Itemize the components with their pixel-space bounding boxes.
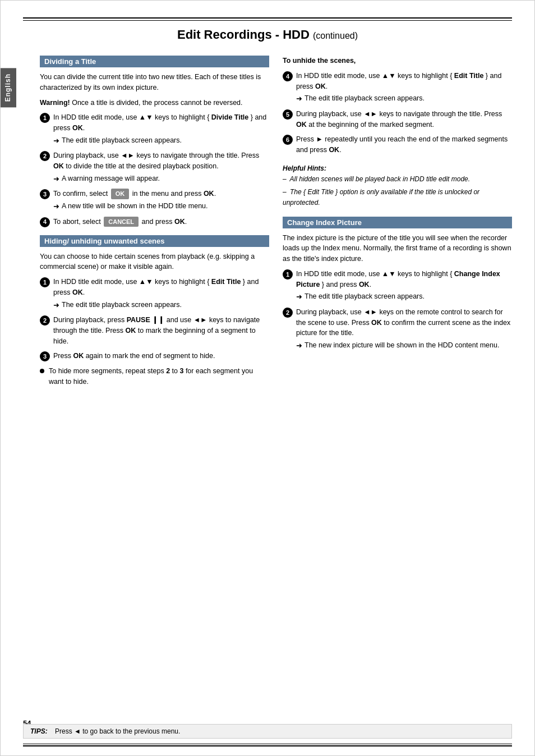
main-content: Dividing a Title You can divide the curr… [40, 56, 512, 391]
hints-title: Helpful Hints: [283, 163, 512, 174]
left-column: Dividing a Title You can divide the curr… [40, 56, 269, 391]
arrow-icon-u4: ➜ [296, 93, 302, 104]
bullet-icon [40, 369, 44, 373]
divide-step-3: 3 To confirm, select OK in the menu and … [40, 189, 269, 212]
tips-label: TIPS: [30, 727, 48, 735]
divide-step-3-arrow: ➜ A new title will be shown in the HDD t… [53, 201, 269, 212]
step-num-2: 2 [40, 151, 50, 161]
arrow-icon-h1: ➜ [53, 300, 59, 311]
hiding-intro: You can choose to hide certain scenes fr… [40, 251, 269, 273]
right-column: To unhide the scenes, 4 In HDD title edi… [283, 56, 512, 391]
hiding-section-header: Hiding/ unhiding unwanted scenes [40, 235, 269, 247]
hide-bullet: To hide more segments, repeat steps 2 to… [40, 366, 269, 387]
bottom-border-inner [23, 744, 512, 744]
cancel-button-inline: CANCEL [104, 217, 139, 227]
arrow-icon-2: ➜ [53, 173, 59, 185]
ci-step-num-2: 2 [283, 308, 293, 318]
unhide-step-num-5: 5 [283, 109, 293, 120]
hide-step-num-3: 3 [40, 351, 50, 361]
hide-bullet-text: To hide more segments, repeat steps 2 to… [49, 366, 269, 387]
divide-step-2-arrow-text: A warning message will appear. [62, 173, 160, 184]
ci-step-2-arrow: ➜ The new index picture will be shown in… [296, 340, 512, 351]
page: English Edit Recordings - HDD (continued… [0, 0, 535, 756]
hint-2: – The { Edit Title } option is only avai… [283, 187, 512, 208]
divide-step-1-arrow-text: The edit title playback screen appears. [62, 135, 182, 146]
divide-step-2-content: During playback, use ◄► keys to navigate… [53, 150, 269, 184]
divide-step-1-content: In HDD title edit mode, use ▲▼ keys to h… [53, 112, 269, 146]
hide-step-1-arrow-text: The edit title playback screen appears. [62, 300, 182, 310]
arrow-icon-ci2: ➜ [296, 340, 302, 351]
unhide-step-5-content: During playback, use ◄► keys to navigate… [296, 109, 512, 130]
divide-step-3-content: To confirm, select OK in the menu and pr… [53, 189, 269, 212]
ci-step-1-arrow: ➜ The edit title playback screen appears… [296, 291, 512, 303]
divide-step-3-arrow-text: A new title will be shown in the HDD tit… [62, 201, 208, 212]
page-title: Edit Recordings - HDD (continued) [23, 28, 512, 47]
hide-step-num-2: 2 [40, 315, 50, 326]
language-tab: English [1, 68, 16, 107]
ci-step-1-arrow-text: The edit title playback screen appears. [305, 291, 425, 302]
warning-label: Warning! [40, 99, 70, 107]
unhide-step-6-content: Press ► repeatedly until you reach the e… [296, 134, 512, 155]
hide-step-2-content: During playback, press PAUSE ❙❙ and use … [53, 315, 269, 346]
unhide-step-4-content: In HDD title edit mode, use ▲▼ keys to h… [296, 71, 512, 104]
divide-step-2-arrow: ➜ A warning message will appear. [53, 173, 269, 185]
title-text: Edit Recordings - HDD [177, 28, 310, 42]
step-num-3: 3 [40, 189, 50, 199]
hint-1-text: All hidden scenes will be played back in… [290, 175, 471, 183]
ok-button-inline: OK [111, 189, 130, 199]
unhide-step-4-arrow: ➜ The edit title playback screen appears… [296, 93, 512, 104]
hide-step-2: 2 During playback, press PAUSE ❙❙ and us… [40, 315, 269, 346]
title-continued: (continued) [313, 31, 358, 40]
step-num-1: 1 [40, 113, 50, 123]
tips-bar: TIPS: Press ◄ to go back to the previous… [23, 724, 512, 739]
divide-step-1-arrow: ➜ The edit title playback screen appears… [53, 135, 269, 146]
unhide-step-6: 6 Press ► repeatedly until you reach the… [283, 134, 512, 155]
unhide-step-num-6: 6 [283, 135, 293, 145]
ci-step-2-arrow-text: The new index picture will be shown in t… [305, 340, 499, 351]
hide-step-1-content: In HDD title edit mode, use ▲▼ keys to h… [53, 277, 269, 310]
dividing-title-section: Dividing a Title You can divide the curr… [40, 56, 269, 227]
top-border-inner [23, 20, 512, 21]
change-index-step-1: 1 In HDD title edit mode, use ▲▼ keys to… [283, 269, 512, 303]
unhide-step-4: 4 In HDD title edit mode, use ▲▼ keys to… [283, 71, 512, 104]
dividing-title-header: Dividing a Title [40, 56, 269, 67]
hiding-section: Hiding/ unhiding unwanted scenes You can… [40, 235, 269, 387]
helpful-hints: Helpful Hints: – All hidden scenes will … [283, 163, 512, 209]
change-index-header: Change Index Picture [283, 217, 512, 228]
top-border-outer [23, 17, 512, 19]
hide-step-1: 1 In HDD title edit mode, use ▲▼ keys to… [40, 277, 269, 310]
ci-step-1-content: In HDD title edit mode, use ▲▼ keys to h… [296, 269, 512, 303]
hint-2-text: The { Edit Title } option is only availa… [283, 188, 479, 207]
hide-step-3: 3 Press OK again to mark the end of segm… [40, 351, 269, 361]
divide-step-4-content: To abort, select CANCEL and press OK. [53, 217, 269, 227]
change-index-step-2: 2 During playback, use ◄► keys on the re… [283, 307, 512, 351]
arrow-icon-ci1: ➜ [296, 291, 302, 303]
ci-step-num-1: 1 [283, 269, 293, 280]
arrow-icon-1: ➜ [53, 135, 59, 146]
change-index-section: Change Index Picture The index picture i… [283, 217, 512, 351]
divide-step-1: 1 In HDD title edit mode, use ▲▼ keys to… [40, 112, 269, 146]
bottom-border-outer [23, 745, 512, 746]
unhide-step-5: 5 During playback, use ◄► keys to naviga… [283, 109, 512, 130]
hint-1: – All hidden scenes will be played back … [283, 174, 512, 185]
hide-step-num-1: 1 [40, 277, 50, 287]
dividing-intro: You can divide the current title into tw… [40, 72, 269, 93]
divide-step-2: 2 During playback, use ◄► keys to naviga… [40, 150, 269, 184]
step-num-4: 4 [40, 217, 50, 227]
unhide-step-4-arrow-text: The edit title playback screen appears. [305, 93, 425, 104]
change-index-intro: The index picture is the picture of the … [283, 233, 512, 264]
ci-step-2-content: During playback, use ◄► keys on the remo… [296, 307, 512, 351]
hide-step-3-content: Press OK again to mark the end of segmen… [53, 351, 269, 361]
unhide-heading: To unhide the scenes, [283, 56, 512, 66]
unhide-step-num-4: 4 [283, 71, 293, 81]
hide-step-1-arrow: ➜ The edit title playback screen appears… [53, 300, 269, 311]
warning-text: Warning! Once a title is divided, the pr… [40, 98, 269, 108]
divide-step-4: 4 To abort, select CANCEL and press OK. [40, 217, 269, 227]
tips-text: Press ◄ to go back to the previous menu. [55, 727, 180, 735]
arrow-icon-3: ➜ [53, 201, 59, 212]
